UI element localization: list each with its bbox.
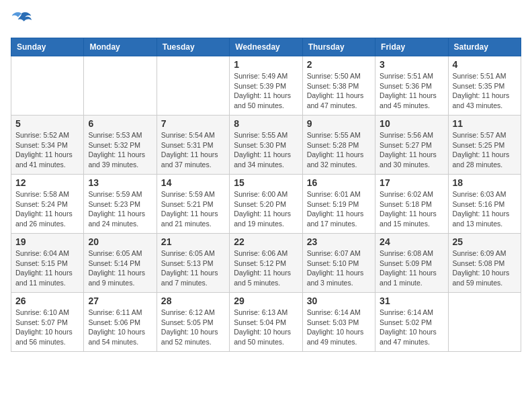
day-info: Sunrise: 6:12 AMSunset: 5:05 PMDaylight:… [161,308,225,347]
calendar-week-row: 1Sunrise: 5:49 AMSunset: 5:39 PMDaylight… [11,56,521,116]
day-info: Sunrise: 6:05 AMSunset: 5:14 PMDaylight:… [88,248,152,288]
day-info: Sunrise: 6:08 AMSunset: 5:09 PMDaylight:… [380,248,443,288]
day-number: 31 [380,295,443,306]
day-info: Sunrise: 6:06 AMSunset: 5:12 PMDaylight:… [234,248,298,288]
day-number: 19 [15,236,79,247]
calendar-cell: 10Sunrise: 5:56 AMSunset: 5:27 PMDayligh… [375,116,448,175]
day-info: Sunrise: 6:01 AMSunset: 5:19 PMDaylight:… [307,189,371,229]
day-number: 6 [88,118,152,129]
weekday-header: Thursday [302,38,375,56]
day-number: 1 [234,59,298,70]
weekday-header: Sunday [11,38,84,56]
day-info: Sunrise: 6:09 AMSunset: 5:08 PMDaylight:… [453,248,517,288]
calendar-week-row: 5Sunrise: 5:52 AMSunset: 5:34 PMDaylight… [11,116,521,175]
calendar-cell: 15Sunrise: 6:00 AMSunset: 5:20 PMDayligh… [230,175,302,234]
calendar-cell: 24Sunrise: 6:08 AMSunset: 5:09 PMDayligh… [375,234,448,293]
day-info: Sunrise: 5:57 AMSunset: 5:25 PMDaylight:… [453,130,517,170]
day-number: 22 [234,236,298,247]
calendar-cell [157,56,229,116]
calendar-cell: 21Sunrise: 6:05 AMSunset: 5:13 PMDayligh… [157,234,229,293]
day-info: Sunrise: 5:59 AMSunset: 5:23 PMDaylight:… [88,189,152,229]
calendar-cell: 17Sunrise: 6:02 AMSunset: 5:18 PMDayligh… [375,175,448,234]
calendar-cell [11,56,84,116]
day-info: Sunrise: 5:51 AMSunset: 5:35 PMDaylight:… [453,71,517,111]
day-number: 13 [88,177,152,188]
weekday-header: Monday [84,38,157,56]
calendar-cell [448,293,521,352]
day-info: Sunrise: 6:14 AMSunset: 5:02 PMDaylight:… [380,308,443,347]
day-info: Sunrise: 6:00 AMSunset: 5:20 PMDaylight:… [234,189,298,229]
day-info: Sunrise: 5:56 AMSunset: 5:27 PMDaylight:… [380,130,443,170]
calendar-cell: 28Sunrise: 6:12 AMSunset: 5:05 PMDayligh… [157,293,229,352]
day-number: 21 [161,236,225,247]
calendar-cell: 27Sunrise: 6:11 AMSunset: 5:06 PMDayligh… [84,293,157,352]
calendar-cell: 13Sunrise: 5:59 AMSunset: 5:23 PMDayligh… [84,175,157,234]
day-number: 24 [380,236,443,247]
day-number: 8 [234,118,298,129]
calendar-cell: 30Sunrise: 6:14 AMSunset: 5:03 PMDayligh… [302,293,375,352]
calendar-cell: 12Sunrise: 5:58 AMSunset: 5:24 PMDayligh… [11,175,84,234]
day-number: 23 [307,236,371,247]
day-info: Sunrise: 6:11 AMSunset: 5:06 PMDaylight:… [88,308,152,347]
day-number: 11 [453,118,517,129]
page-header [11,11,521,30]
day-number: 2 [307,59,371,70]
day-info: Sunrise: 5:55 AMSunset: 5:30 PMDaylight:… [234,130,298,170]
calendar-cell: 25Sunrise: 6:09 AMSunset: 5:08 PMDayligh… [448,234,521,293]
day-number: 30 [307,295,371,306]
day-number: 27 [88,295,152,306]
calendar-week-row: 12Sunrise: 5:58 AMSunset: 5:24 PMDayligh… [11,175,521,234]
calendar-cell [84,56,157,116]
day-info: Sunrise: 6:05 AMSunset: 5:13 PMDaylight:… [161,248,225,288]
day-info: Sunrise: 6:10 AMSunset: 5:07 PMDaylight:… [15,308,79,347]
calendar-cell: 2Sunrise: 5:50 AMSunset: 5:38 PMDaylight… [302,56,375,116]
day-info: Sunrise: 5:53 AMSunset: 5:32 PMDaylight:… [88,130,152,170]
day-info: Sunrise: 6:04 AMSunset: 5:15 PMDaylight:… [15,248,79,288]
day-info: Sunrise: 5:59 AMSunset: 5:21 PMDaylight:… [161,189,225,229]
calendar-cell: 20Sunrise: 6:05 AMSunset: 5:14 PMDayligh… [84,234,157,293]
weekday-header: Tuesday [157,38,229,56]
day-info: Sunrise: 5:49 AMSunset: 5:39 PMDaylight:… [234,71,298,111]
day-info: Sunrise: 5:58 AMSunset: 5:24 PMDaylight:… [15,189,79,229]
day-number: 14 [161,177,225,188]
day-info: Sunrise: 5:55 AMSunset: 5:28 PMDaylight:… [307,130,371,170]
logo-icon [11,11,32,30]
day-number: 5 [15,118,79,129]
calendar-cell: 16Sunrise: 6:01 AMSunset: 5:19 PMDayligh… [302,175,375,234]
day-info: Sunrise: 6:03 AMSunset: 5:16 PMDaylight:… [453,189,517,229]
weekday-header: Saturday [448,38,521,56]
day-number: 29 [234,295,298,306]
day-number: 3 [380,59,443,70]
calendar-header-row: SundayMondayTuesdayWednesdayThursdayFrid… [11,38,521,56]
day-number: 25 [453,236,517,247]
day-number: 10 [380,118,443,129]
day-info: Sunrise: 6:14 AMSunset: 5:03 PMDaylight:… [307,308,371,347]
logo [11,11,35,30]
calendar-cell: 26Sunrise: 6:10 AMSunset: 5:07 PMDayligh… [11,293,84,352]
day-info: Sunrise: 6:02 AMSunset: 5:18 PMDaylight:… [380,189,443,229]
weekday-header: Friday [375,38,448,56]
day-number: 12 [15,177,79,188]
day-number: 17 [380,177,443,188]
day-number: 20 [88,236,152,247]
day-number: 18 [453,177,517,188]
calendar-cell: 4Sunrise: 5:51 AMSunset: 5:35 PMDaylight… [448,56,521,116]
calendar-cell: 9Sunrise: 5:55 AMSunset: 5:28 PMDaylight… [302,116,375,175]
calendar-cell: 14Sunrise: 5:59 AMSunset: 5:21 PMDayligh… [157,175,229,234]
day-info: Sunrise: 5:50 AMSunset: 5:38 PMDaylight:… [307,71,371,111]
calendar-week-row: 26Sunrise: 6:10 AMSunset: 5:07 PMDayligh… [11,293,521,352]
day-info: Sunrise: 6:13 AMSunset: 5:04 PMDaylight:… [234,308,298,347]
calendar-cell: 22Sunrise: 6:06 AMSunset: 5:12 PMDayligh… [230,234,302,293]
calendar-cell: 11Sunrise: 5:57 AMSunset: 5:25 PMDayligh… [448,116,521,175]
calendar-cell: 7Sunrise: 5:54 AMSunset: 5:31 PMDaylight… [157,116,229,175]
day-number: 16 [307,177,371,188]
calendar-week-row: 19Sunrise: 6:04 AMSunset: 5:15 PMDayligh… [11,234,521,293]
day-number: 28 [161,295,225,306]
day-number: 7 [161,118,225,129]
day-number: 15 [234,177,298,188]
calendar-cell: 3Sunrise: 5:51 AMSunset: 5:36 PMDaylight… [375,56,448,116]
calendar-cell: 6Sunrise: 5:53 AMSunset: 5:32 PMDaylight… [84,116,157,175]
calendar-cell: 23Sunrise: 6:07 AMSunset: 5:10 PMDayligh… [302,234,375,293]
calendar-cell: 18Sunrise: 6:03 AMSunset: 5:16 PMDayligh… [448,175,521,234]
day-info: Sunrise: 6:07 AMSunset: 5:10 PMDaylight:… [307,248,371,288]
